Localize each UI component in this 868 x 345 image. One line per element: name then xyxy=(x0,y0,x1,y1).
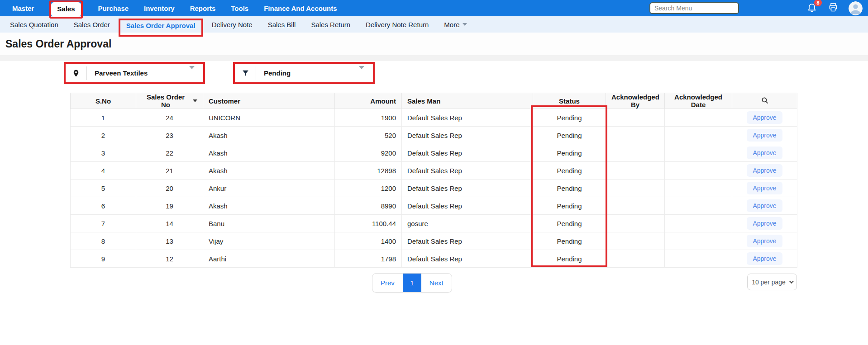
approve-button[interactable]: Approve xyxy=(747,129,782,142)
cell-amount: 12898 xyxy=(335,162,402,180)
cell-status: Pending xyxy=(533,127,606,144)
cell-acknowledged-date xyxy=(665,180,732,197)
cell-action: Approve xyxy=(732,232,797,250)
cell-customer: Akash xyxy=(203,197,335,215)
table-row: 1 24 UNICORN 1900 Default Sales Rep Pend… xyxy=(71,109,797,127)
cell-acknowledged-by xyxy=(606,232,665,250)
subnav-item-sales-return[interactable]: Sales Return xyxy=(303,21,358,28)
cell-status: Pending xyxy=(533,109,606,127)
approve-button[interactable]: Approve xyxy=(747,199,782,212)
approve-button[interactable]: Approve xyxy=(747,147,782,159)
subnav-item-more[interactable]: More xyxy=(436,21,474,28)
cell-action: Approve xyxy=(732,197,797,215)
nav-item-master[interactable]: Master xyxy=(12,5,34,12)
pagination-page-1-button[interactable]: 1 xyxy=(403,274,421,292)
per-page-value: 10 per page xyxy=(752,279,786,286)
nav-item-tools[interactable]: Tools xyxy=(231,5,248,12)
avatar-icon xyxy=(849,9,863,15)
nav-item-sales[interactable]: Sales xyxy=(51,2,81,17)
cell-action: Approve xyxy=(732,144,797,162)
cell-customer: Akash xyxy=(203,144,335,162)
cell-order-no: 13 xyxy=(136,232,203,250)
cell-status: Pending xyxy=(533,197,606,215)
cell-acknowledged-date xyxy=(665,197,732,215)
chevron-down-icon[interactable] xyxy=(359,69,364,77)
cell-sales-man: Default Sales Rep xyxy=(402,127,533,144)
subnav-item-sales-order-approval[interactable]: Sales Order Approval xyxy=(126,22,196,29)
nav-item-finance-and-accounts[interactable]: Finance And Accounts xyxy=(264,5,337,12)
cell-acknowledged-date xyxy=(665,144,732,162)
nav-item-inventory[interactable]: Inventory xyxy=(144,5,175,12)
header-amount: Amount xyxy=(335,93,402,109)
navbar-icons: 8 xyxy=(806,1,868,15)
nav-item-purchase[interactable]: Purchase xyxy=(98,5,129,12)
cell-amount: 520 xyxy=(335,127,402,144)
cell-amount: 1200 xyxy=(335,180,402,197)
header-acknowledged-date: Acknowledged Date xyxy=(665,93,732,109)
cell-acknowledged-date xyxy=(665,162,732,180)
table-row: 6 19 Akash 8990 Default Sales Rep Pendin… xyxy=(71,197,797,215)
annotation-box-sales-order-approval-tab: Sales Order Approval xyxy=(119,19,203,37)
cell-action: Approve xyxy=(732,215,797,232)
cell-customer: Ankur xyxy=(203,180,335,197)
pagination: Prev 1 Next xyxy=(372,273,452,293)
cell-acknowledged-by xyxy=(606,144,665,162)
chevron-down-icon[interactable] xyxy=(189,69,195,77)
company-filter-select[interactable]: Parveen Textiles xyxy=(87,69,189,77)
pagination-next-button[interactable]: Next xyxy=(421,274,452,292)
cell-order-no: 20 xyxy=(136,180,203,197)
chevron-down-icon xyxy=(463,23,467,26)
cell-amount: 9200 xyxy=(335,144,402,162)
cell-order-no: 14 xyxy=(136,215,203,232)
table-row: 4 21 Akash 12898 Default Sales Rep Pendi… xyxy=(71,162,797,180)
header-status: Status xyxy=(533,93,606,109)
print-button[interactable] xyxy=(827,2,839,14)
subnav-item-delivery-note-return[interactable]: Delivery Note Return xyxy=(358,21,436,28)
notifications-button[interactable]: 8 xyxy=(806,2,818,14)
cell-acknowledged-by xyxy=(606,162,665,180)
cell-acknowledged-by xyxy=(606,109,665,127)
approve-button[interactable]: Approve xyxy=(747,164,782,177)
status-filter-select[interactable]: Pending xyxy=(256,69,359,77)
nav-item-reports[interactable]: Reports xyxy=(190,5,216,12)
subnav-item-sales-order[interactable]: Sales Order xyxy=(66,21,118,28)
cell-customer: UNICORN xyxy=(203,109,335,127)
sort-desc-icon xyxy=(193,99,197,102)
header-acknowledged-by: Acknowledged By xyxy=(606,93,665,109)
header-sales-order-no[interactable]: Sales Order No xyxy=(136,93,203,109)
approve-button[interactable]: Approve xyxy=(747,217,782,230)
cell-customer: Aarthi xyxy=(203,250,335,268)
header-search[interactable] xyxy=(732,93,797,109)
cell-amount: 1798 xyxy=(335,250,402,268)
header-customer: Customer xyxy=(203,93,335,109)
subnav-item-sales-quotation[interactable]: Sales Quotation xyxy=(2,21,66,28)
search-menu-input[interactable] xyxy=(649,2,739,14)
cell-sno: 1 xyxy=(71,109,136,127)
pagination-prev-button[interactable]: Prev xyxy=(372,274,403,292)
approve-button[interactable]: Approve xyxy=(747,235,782,247)
cell-action: Approve xyxy=(732,180,797,197)
subnav-item-delivery-note[interactable]: Delivery Note xyxy=(204,21,260,28)
header-sno: S.No xyxy=(71,93,136,109)
annotation-box-company-filter: Parveen Textiles xyxy=(64,62,205,84)
table-row: 3 22 Akash 9200 Default Sales Rep Pendin… xyxy=(71,144,797,162)
location-icon xyxy=(66,69,86,77)
cell-sales-man: Default Sales Rep xyxy=(402,232,533,250)
approve-button[interactable]: Approve xyxy=(747,182,782,194)
cell-acknowledged-by xyxy=(606,127,665,144)
cell-sales-man: Default Sales Rep xyxy=(402,109,533,127)
cell-acknowledged-date xyxy=(665,109,732,127)
filter-icon xyxy=(235,69,256,77)
subnav-item-sales-bill[interactable]: Sales Bill xyxy=(260,21,304,28)
approve-button[interactable]: Approve xyxy=(747,111,782,124)
annotation-box-status-filter: Pending xyxy=(233,62,375,84)
per-page-select[interactable]: 10 per page xyxy=(747,274,797,290)
table-row: 9 12 Aarthi 1798 Default Sales Rep Pendi… xyxy=(71,250,797,268)
cell-acknowledged-date xyxy=(665,232,732,250)
user-avatar[interactable] xyxy=(849,1,863,15)
cell-customer: Vijay xyxy=(203,232,335,250)
printer-icon xyxy=(828,2,839,14)
cell-order-no: 19 xyxy=(136,197,203,215)
chevron-down-icon xyxy=(789,279,794,284)
approve-button[interactable]: Approve xyxy=(747,252,782,265)
